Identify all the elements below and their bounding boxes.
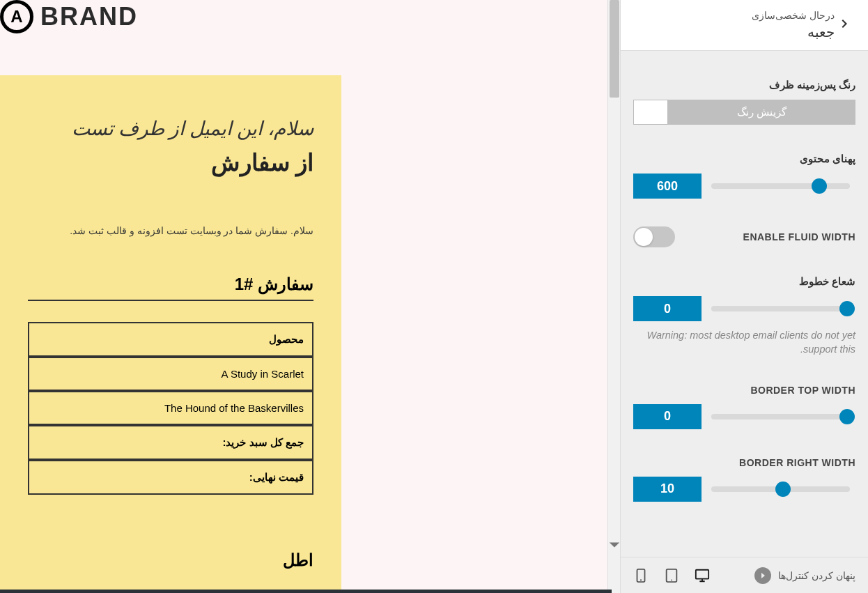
order-table: محصول A Study in Scarlet The Hound of th… [28,322,313,495]
pick-color-button[interactable]: گزینش رنگ [668,100,855,125]
sidebar-header: درحال شخصی‌سازی جعبه [621,0,868,51]
sidebar-body[interactable]: رنگ پس‌زمینه ظرف گزینش رنگ پهنای محتوی 6… [621,51,868,557]
col-product: محصول [28,322,313,357]
info-title: اطل [28,550,313,570]
content-width-label: پهنای محتوی [633,153,855,165]
slider-thumb[interactable] [839,301,855,316]
border-top-control: BORDER TOP WIDTH 0 [633,385,855,429]
hide-controls-label: پنهان کردن کنترل‌ها [778,570,855,581]
scrollbar-thumb[interactable] [610,0,619,98]
slider-thumb[interactable] [839,409,855,424]
bg-color-label: رنگ پس‌زمینه ظرف [633,79,855,91]
email-greeting: سلام، این ایمیل از طرف تست [28,117,313,140]
border-radius-value: 0 [633,296,702,321]
fluid-width-label: ENABLE FLUID WIDTH [743,231,855,242]
table-row: The Hound of the Baskervilles [28,391,313,425]
table-row: قیمت نهایی: [28,460,313,495]
brand-name: BRAND [40,2,138,31]
toggle-knob [635,228,653,246]
border-top-slider[interactable] [702,404,855,429]
bg-color-control: رنگ پس‌زمینه ظرف گزینش رنگ [633,79,855,125]
cell-subtotal: جمع کل سبد خرید: [28,425,313,460]
cell-product: The Hound of the Baskervilles [28,391,313,425]
email-content-box: سلام، این ایمیل از طرف تست از سفارش سلام… [0,75,341,593]
cell-product: A Study in Scarlet [28,357,313,391]
svg-rect-4 [696,569,708,578]
hide-controls-button[interactable]: پنهان کردن کنترل‌ها [754,567,855,584]
tablet-icon [664,568,679,583]
border-radius-label: شعاع خطوط [633,275,855,288]
slider-thumb[interactable] [775,482,791,497]
border-right-label: BORDER RIGHT WIDTH [633,457,855,468]
fluid-width-control: ENABLE FLUID WIDTH [633,226,855,247]
table-row: محصول [28,322,313,357]
border-radius-slider[interactable] [702,296,855,321]
border-top-label: BORDER TOP WIDTH [633,385,855,396]
brand-letter: A [10,7,22,26]
device-mobile-button[interactable] [633,568,649,583]
customizer-sidebar: درحال شخصی‌سازی جعبه رنگ پس‌زمینه ظرف گز… [620,0,868,593]
table-row: جمع کل سبد خرید: [28,425,313,460]
content-width-control: پهنای محتوی 600 [633,153,855,199]
fluid-width-toggle[interactable] [633,226,675,247]
border-top-value: 0 [633,404,702,429]
border-right-value: 10 [633,477,702,502]
svg-point-1 [640,579,642,580]
email-thanks: از سفارش [28,148,313,176]
scrollbar-down-icon[interactable] [608,539,620,551]
desktop-icon [695,568,710,583]
brand-header: A BRAND [0,0,620,47]
color-swatch[interactable] [633,100,668,125]
mobile-icon [633,568,649,583]
email-confirm: سلام. سفارش شما در وبسایت تست افزونه و ق… [28,225,313,236]
svg-point-3 [671,579,672,580]
preview-pane: A BRAND سلام، این ایمیل از طرف تست از سف… [0,0,620,593]
bottom-bar [0,590,612,593]
cell-final: قیمت نهایی: [28,460,313,495]
order-title: سفارش #1 [28,275,313,301]
section-title: جعبه [633,24,835,40]
table-row: A Study in Scarlet [28,357,313,391]
chevron-right-icon [839,17,851,30]
preview-scrollbar[interactable] [607,0,620,593]
border-right-control: BORDER RIGHT WIDTH 10 [633,457,855,502]
brand-logo: A [0,0,33,33]
breadcrumb: درحال شخصی‌سازی [633,10,835,21]
collapse-icon [754,567,771,584]
radius-warning: Warning: most desktop email clients do n… [633,328,855,357]
sidebar-footer: پنهان کردن کنترل‌ها [621,557,868,593]
border-radius-control: شعاع خطوط 0 Warning: most desktop email … [633,275,855,357]
slider-thumb[interactable] [812,178,827,194]
border-right-slider[interactable] [702,477,855,502]
device-tablet-button[interactable] [664,568,679,583]
content-width-value: 600 [633,174,702,199]
content-width-slider[interactable] [702,174,855,199]
device-desktop-button[interactable] [695,568,710,583]
back-button[interactable] [835,13,855,37]
